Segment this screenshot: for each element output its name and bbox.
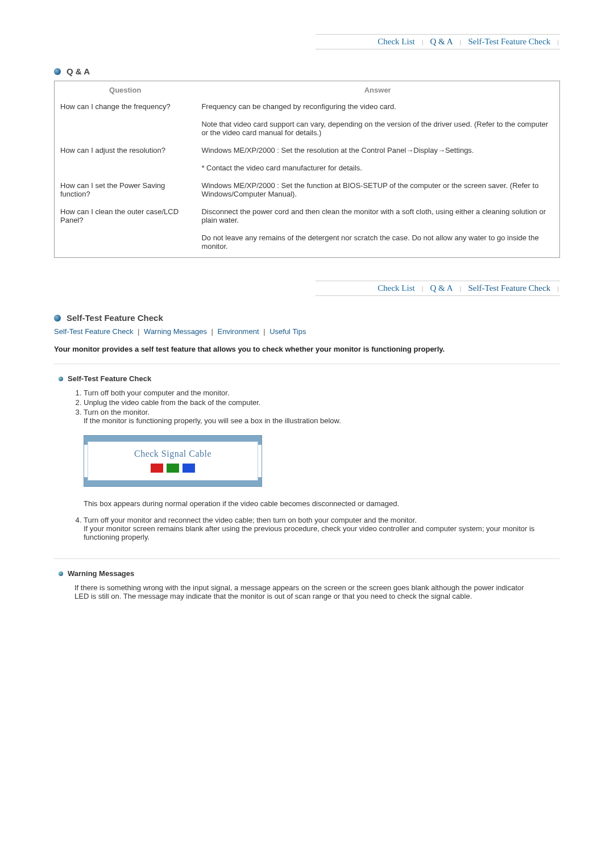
qa-answer: * Contact the video card manufacturer fo… — [196, 158, 559, 176]
selftest-intro: Your monitor provides a self test featur… — [54, 345, 560, 353]
monitor-frame: Check Signal Cable — [84, 435, 262, 487]
qa-answer: Windows ME/XP/2000 : Set the function at… — [196, 176, 559, 202]
anchor-separator: | — [209, 327, 215, 336]
list-item: Unplug the video cable from the back of … — [84, 398, 537, 407]
anchor-environment[interactable]: Environment — [218, 327, 259, 336]
blue-square-icon — [182, 464, 195, 473]
list-item: Turn on the monitor. If the monitor is f… — [84, 408, 537, 508]
selftest-title-text: Self-Test Feature Check — [67, 313, 163, 323]
qa-answer: Do not leave any remains of the detergen… — [196, 228, 559, 258]
table-row: * Contact the video card manufacturer fo… — [55, 158, 560, 176]
nav-separator: | — [556, 39, 560, 45]
qa-header-question: Question — [55, 81, 196, 99]
warning-subheading-text: Warning Messages — [68, 569, 134, 578]
nav-qa[interactable]: Q & A — [425, 283, 459, 293]
top-nav: Check List | Q & A | Self-Test Feature C… — [316, 34, 560, 49]
warning-subheading: Warning Messages — [59, 569, 560, 578]
small-bullet-icon — [59, 571, 63, 576]
rgb-squares — [151, 464, 195, 473]
nav-separator: | — [421, 285, 425, 292]
mid-nav: Check List | Q & A | Self-Test Feature C… — [316, 281, 560, 296]
qa-answer: Frequency can be changed by reconfigurin… — [196, 99, 559, 114]
green-square-icon — [167, 464, 179, 473]
divider — [54, 558, 560, 559]
table-row: How can I clean the outer case/LCD Panel… — [55, 202, 560, 228]
qa-table: Question Answer How can I change the fre… — [54, 81, 560, 258]
qa-question: How can I change the frequency? — [55, 99, 196, 114]
divider — [54, 364, 560, 364]
qa-header-row: Question Answer — [55, 81, 560, 99]
anchor-link-row: Self-Test Feature Check | Warning Messag… — [54, 327, 560, 336]
selftest-section-title: Self-Test Feature Check — [54, 313, 560, 323]
qa-answer: Note that video card support can vary, d… — [196, 114, 559, 140]
qa-question-blank — [55, 114, 196, 140]
step-note: This box appears during normal operation… — [84, 499, 515, 508]
table-row: How can I set the Power Saving function?… — [55, 176, 560, 202]
red-square-icon — [151, 464, 163, 473]
anchor-selftest[interactable]: Self-Test Feature Check — [54, 327, 133, 336]
nav-separator: | — [556, 285, 560, 292]
list-item: Turn off your monitor and reconnect the … — [84, 516, 537, 541]
anchor-warning[interactable]: Warning Messages — [144, 327, 207, 336]
table-row: Note that video card support can vary, d… — [55, 114, 560, 140]
bullet-icon — [54, 315, 61, 322]
table-row: Do not leave any remains of the detergen… — [55, 228, 560, 258]
step-line: Turn off your monitor and reconnect the … — [84, 516, 417, 524]
nav-separator: | — [459, 285, 463, 292]
selftest-subheading-text: Self-Test Feature Check — [68, 374, 151, 383]
selftest-steps: Turn off both your computer and the moni… — [70, 389, 560, 541]
nav-checklist[interactable]: Check List — [372, 283, 420, 293]
small-bullet-icon — [59, 377, 63, 381]
qa-section-title: Q & A — [54, 66, 560, 76]
nav-qa[interactable]: Q & A — [425, 37, 459, 47]
table-row: How can I change the frequency? Frequenc… — [55, 99, 560, 114]
step-line: If your monitor screen remains blank aft… — [84, 524, 534, 541]
anchor-separator: | — [135, 327, 142, 336]
qa-title-text: Q & A — [67, 66, 90, 76]
step-line: If the monitor is functioning properly, … — [84, 416, 341, 425]
qa-question-blank — [55, 158, 196, 176]
monitor-inner: Check Signal Cable — [88, 441, 258, 481]
nav-separator: | — [421, 39, 425, 45]
check-signal-cable-text: Check Signal Cable — [88, 449, 258, 459]
qa-answer: Windows ME/XP/2000 : Set the resolution … — [196, 140, 559, 158]
nav-separator: | — [459, 39, 463, 45]
list-item: Turn off both your computer and the moni… — [84, 389, 537, 397]
warning-paragraph: If there is something wrong with the inp… — [74, 583, 537, 600]
qa-question: How can I set the Power Saving function? — [55, 176, 196, 202]
anchor-separator: | — [261, 327, 267, 336]
signal-cable-illustration: Check Signal Cable — [84, 435, 537, 487]
anchor-tips[interactable]: Useful Tips — [269, 327, 306, 336]
qa-question: How can I adjust the resolution? — [55, 140, 196, 158]
selftest-subheading: Self-Test Feature Check — [59, 374, 560, 383]
nav-checklist[interactable]: Check List — [372, 37, 420, 47]
qa-header-answer: Answer — [196, 81, 559, 99]
nav-selftest[interactable]: Self-Test Feature Check — [462, 283, 556, 293]
qa-question-blank — [55, 228, 196, 258]
qa-question: How can I clean the outer case/LCD Panel… — [55, 202, 196, 228]
qa-answer: Disconnect the power cord and then clean… — [196, 202, 559, 228]
bullet-icon — [54, 68, 61, 75]
nav-selftest[interactable]: Self-Test Feature Check — [462, 37, 556, 47]
table-row: How can I adjust the resolution? Windows… — [55, 140, 560, 158]
step-line: Turn on the monitor. — [84, 408, 150, 416]
